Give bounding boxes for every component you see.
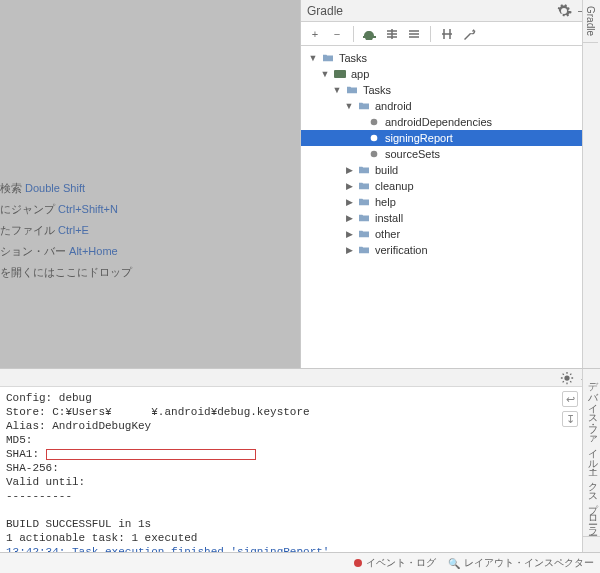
- hint-navbar-key: Alt+Home: [69, 245, 118, 257]
- status-layout-inspector[interactable]: 🔍レイアウト・インスペクター: [448, 556, 594, 570]
- shortcut-hints: 検索 Double Shift にジャンプ Ctrl+Shift+N たファイル…: [0, 175, 132, 286]
- toolbar-separator: [353, 26, 354, 42]
- right-tool-tabs: Gradle: [582, 0, 600, 368]
- tree-row-build[interactable]: ▶build: [301, 162, 600, 178]
- tab-device-explorer[interactable]: デバイス・ファイル・エクスプローラー: [583, 369, 600, 537]
- run-output-panel: — Config: debug Store: C:¥Users¥ ¥.andro…: [0, 368, 600, 552]
- tree-label: install: [375, 212, 403, 224]
- tree-label: cleanup: [375, 180, 414, 192]
- module-icon: [333, 68, 347, 80]
- remove-icon[interactable]: −: [329, 26, 345, 42]
- folder-icon: [357, 212, 371, 224]
- folder-icon: [357, 164, 371, 176]
- elephant-icon[interactable]: [362, 26, 378, 42]
- task-icon: [367, 116, 381, 128]
- console-line: SHA1:: [6, 448, 46, 460]
- console-line: ----------: [6, 490, 72, 502]
- task-icon: [367, 148, 381, 160]
- tab-gradle[interactable]: Gradle: [583, 0, 598, 43]
- hint-jump-key: Ctrl+Shift+N: [58, 203, 118, 215]
- chevron-down-icon[interactable]: ▼: [331, 84, 343, 96]
- console-line: Config: debug: [6, 392, 92, 404]
- gradle-tree[interactable]: ▼Tasks ▼app ▼Tasks ▼android androidDepen…: [301, 46, 600, 368]
- hint-search-label: 検索: [0, 182, 22, 194]
- collapse-all-icon[interactable]: [406, 26, 422, 42]
- chevron-down-icon[interactable]: ▼: [343, 100, 355, 112]
- tree-label: build: [375, 164, 398, 176]
- tree-label: Tasks: [363, 84, 391, 96]
- scroll-end-icon[interactable]: ↧: [562, 411, 578, 427]
- tree-row-android-dependencies[interactable]: androidDependencies: [301, 114, 600, 130]
- console-line: SHA-256:: [6, 462, 59, 474]
- tree-row-tasks[interactable]: ▼Tasks: [301, 82, 600, 98]
- tree-row-cleanup[interactable]: ▶cleanup: [301, 178, 600, 194]
- folder-icon: [357, 100, 371, 112]
- hint-search-key: Double Shift: [25, 182, 85, 194]
- chevron-down-icon[interactable]: ▼: [319, 68, 331, 80]
- folder-icon: [357, 180, 371, 192]
- tree-label: Tasks: [339, 52, 367, 64]
- hint-drop-label: を開くにはここにドロップ: [0, 266, 132, 278]
- soft-wrap-icon[interactable]: ↩: [562, 391, 578, 407]
- add-icon[interactable]: +: [307, 26, 323, 42]
- tree-row-tasks-root[interactable]: ▼Tasks: [301, 50, 600, 66]
- tree-row-other[interactable]: ▶other: [301, 226, 600, 242]
- tree-row-app[interactable]: ▼app: [301, 66, 600, 82]
- chevron-right-icon[interactable]: ▶: [343, 244, 355, 256]
- svg-point-1: [371, 119, 378, 126]
- editor-empty-area: 検索 Double Shift にジャンプ Ctrl+Shift+N たファイル…: [0, 0, 300, 368]
- status-label: レイアウト・インスペクター: [464, 556, 594, 570]
- tree-label: help: [375, 196, 396, 208]
- tree-row-verification[interactable]: ▶verification: [301, 242, 600, 258]
- tree-row-install[interactable]: ▶install: [301, 210, 600, 226]
- error-dot-icon: [354, 559, 362, 567]
- gradle-panel-header: Gradle —: [301, 0, 600, 22]
- gear-icon[interactable]: [556, 3, 572, 19]
- tree-label: android: [375, 100, 412, 112]
- run-toolbar: —: [0, 369, 600, 387]
- hint-recent-key: Ctrl+E: [58, 224, 89, 236]
- console-line: Store: C:¥Users¥ ¥.android¥debug.keystor…: [6, 406, 310, 418]
- tree-label: androidDependencies: [385, 116, 492, 128]
- expand-all-icon[interactable]: [384, 26, 400, 42]
- folder-icon: [345, 84, 359, 96]
- wrench-icon[interactable]: [461, 26, 477, 42]
- redacted-box: [46, 449, 256, 460]
- right-tool-tabs-lower: デバイス・ファイル・エクスプローラー: [582, 369, 600, 552]
- tree-row-android[interactable]: ▼android: [301, 98, 600, 114]
- tree-label: other: [375, 228, 400, 240]
- console-line: 1 actionable task: 1 executed: [6, 532, 197, 544]
- console-line-final: 13:42:34: Task execution finished 'signi…: [6, 546, 336, 552]
- tree-row-signing-report[interactable]: signingReport: [301, 130, 600, 146]
- console-line: Valid until:: [6, 476, 85, 488]
- console-line: Alias: AndroidDebugKey: [6, 420, 151, 432]
- chevron-right-icon[interactable]: ▶: [343, 196, 355, 208]
- inspector-icon: 🔍: [448, 558, 460, 569]
- svg-point-4: [564, 375, 569, 380]
- gradle-panel-title: Gradle: [307, 4, 554, 18]
- tree-row-source-sets[interactable]: sourceSets: [301, 146, 600, 162]
- status-label: イベント・ログ: [366, 556, 436, 570]
- tree-row-help[interactable]: ▶help: [301, 194, 600, 210]
- toggle-icon[interactable]: [439, 26, 455, 42]
- console-line: BUILD SUCCESSFUL in 1s: [6, 518, 151, 530]
- tree-label: sourceSets: [385, 148, 440, 160]
- status-event-log[interactable]: イベント・ログ: [354, 556, 436, 570]
- chevron-down-icon[interactable]: ▼: [307, 52, 319, 64]
- chevron-right-icon[interactable]: ▶: [343, 164, 355, 176]
- tree-label: verification: [375, 244, 428, 256]
- folder-icon: [357, 244, 371, 256]
- gear-icon[interactable]: [560, 371, 574, 385]
- folder-icon: [357, 228, 371, 240]
- svg-point-3: [371, 151, 378, 158]
- gradle-panel: Gradle — + − ▼Tasks ▼app ▼Tasks ▼android: [300, 0, 600, 368]
- toolbar-separator: [430, 26, 431, 42]
- tree-label: signingReport: [385, 132, 453, 144]
- chevron-right-icon[interactable]: ▶: [343, 180, 355, 192]
- svg-point-2: [371, 135, 378, 142]
- console-output[interactable]: Config: debug Store: C:¥Users¥ ¥.android…: [0, 387, 600, 552]
- svg-rect-0: [334, 70, 346, 78]
- chevron-right-icon[interactable]: ▶: [343, 228, 355, 240]
- chevron-right-icon[interactable]: ▶: [343, 212, 355, 224]
- task-icon: [367, 132, 381, 144]
